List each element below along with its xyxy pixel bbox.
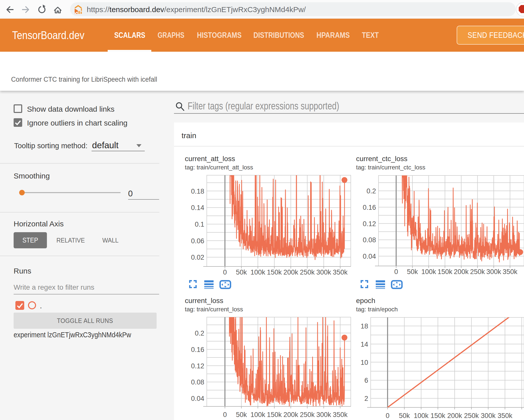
svg-text:50k: 50k: [399, 412, 410, 419]
svg-text:150k: 150k: [430, 412, 445, 419]
svg-text:350k: 350k: [498, 412, 512, 419]
svg-text:350k: 350k: [503, 268, 517, 276]
svg-text:350k: 350k: [333, 268, 348, 276]
svg-text:50k: 50k: [407, 268, 418, 276]
svg-text:200k: 200k: [447, 412, 462, 419]
svg-text:100k: 100k: [421, 268, 436, 276]
svg-text:0.04: 0.04: [191, 395, 204, 402]
svg-text:250k: 250k: [300, 268, 315, 276]
svg-text:0.08: 0.08: [191, 378, 204, 386]
svg-text:2: 2: [364, 395, 368, 402]
svg-text:0.06: 0.06: [191, 237, 204, 245]
svg-text:0.18: 0.18: [191, 188, 204, 195]
svg-text:100k: 100k: [414, 412, 429, 419]
svg-text:0.2: 0.2: [366, 187, 376, 195]
svg-text:0: 0: [223, 268, 227, 276]
svg-text:100k: 100k: [250, 411, 265, 418]
svg-text:100k: 100k: [250, 268, 265, 276]
svg-text:300k: 300k: [316, 411, 331, 418]
svg-text:0.04: 0.04: [363, 253, 376, 260]
svg-text:350k: 350k: [333, 411, 348, 418]
svg-text:150k: 150k: [267, 268, 282, 276]
svg-text:200k: 200k: [283, 411, 298, 418]
svg-text:50k: 50k: [236, 411, 247, 418]
svg-text:0: 0: [386, 412, 389, 419]
svg-text:0.2: 0.2: [195, 329, 204, 337]
svg-text:14: 14: [361, 341, 368, 348]
svg-text:150k: 150k: [267, 411, 282, 418]
svg-text:6: 6: [364, 377, 368, 384]
svg-text:300k: 300k: [316, 268, 331, 276]
svg-text:10: 10: [361, 359, 368, 366]
svg-text:0.12: 0.12: [363, 220, 376, 228]
svg-text:0.12: 0.12: [191, 362, 204, 370]
svg-text:250k: 250k: [464, 412, 479, 419]
svg-text:300k: 300k: [481, 412, 496, 419]
svg-text:0.08: 0.08: [363, 236, 376, 244]
svg-text:0: 0: [223, 411, 227, 418]
svg-text:50k: 50k: [236, 268, 247, 276]
svg-text:0.16: 0.16: [363, 204, 376, 211]
svg-text:250k: 250k: [470, 268, 485, 276]
svg-text:0.02: 0.02: [191, 254, 204, 261]
svg-text:0.16: 0.16: [191, 346, 204, 353]
svg-text:300k: 300k: [486, 268, 501, 276]
svg-text:250k: 250k: [300, 411, 315, 418]
svg-text:200k: 200k: [283, 268, 298, 276]
svg-text:200k: 200k: [454, 268, 469, 276]
svg-text:0.1: 0.1: [195, 221, 204, 228]
svg-text:18: 18: [361, 322, 368, 330]
svg-text:150k: 150k: [438, 268, 452, 276]
svg-text:0: 0: [394, 268, 398, 276]
svg-text:0.14: 0.14: [191, 204, 204, 212]
